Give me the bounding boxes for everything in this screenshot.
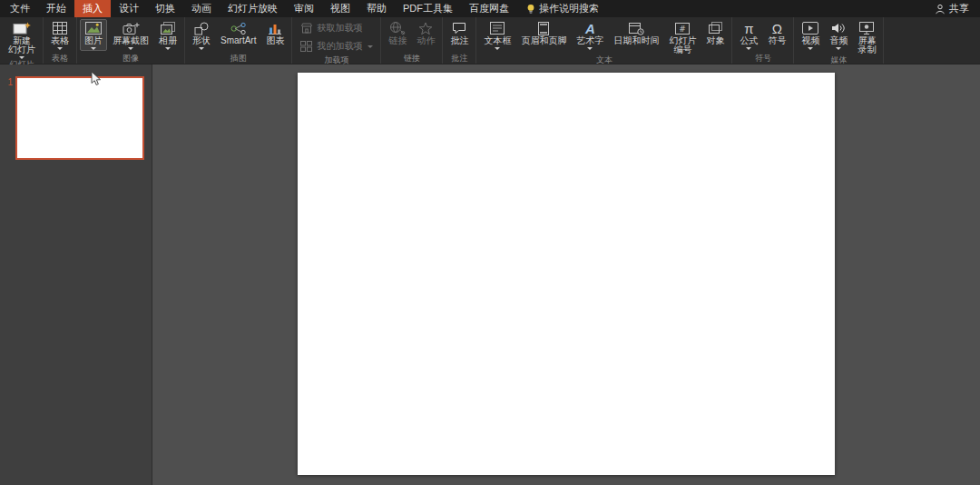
video-label: 视频 <box>801 36 819 45</box>
equation-button[interactable]: π 公式 <box>735 19 762 51</box>
smartart-icon <box>230 21 247 35</box>
chart-button[interactable]: 图表 <box>261 19 289 46</box>
tab-insert[interactable]: 插入 <box>74 0 111 17</box>
smartart-button[interactable]: SmartArt <box>216 19 260 46</box>
dropdown-caret <box>836 47 841 50</box>
tab-baidu-netdisk[interactable]: 百度网盘 <box>461 0 517 17</box>
picture-icon <box>85 21 102 35</box>
table-icon <box>53 21 67 35</box>
ribbon-group-addins: 获取加载项 我的加载项 加载项 <box>292 17 381 64</box>
group-label-table: 表格 <box>46 54 74 64</box>
tab-file[interactable]: 文件 <box>2 0 38 17</box>
header-footer-label: 页眉和页脚 <box>521 36 566 45</box>
header-footer-button[interactable]: 页眉和页脚 <box>516 19 571 46</box>
shapes-button[interactable]: 形状 <box>188 19 215 51</box>
tab-review[interactable]: 审阅 <box>286 0 322 17</box>
slide-canvas[interactable] <box>298 73 835 475</box>
equation-icon: π <box>744 21 753 35</box>
audio-label: 音频 <box>829 36 848 45</box>
pictures-button[interactable]: 图片 <box>80 19 107 51</box>
slide-thumbnail-row: 1 <box>0 64 152 160</box>
powerpoint-window: 文件 开始 插入 设计 切换 动画 幻灯片放映 审阅 视图 帮助 PDF工具集 … <box>0 0 980 485</box>
photo-album-button[interactable]: 相册 <box>154 19 181 51</box>
link-icon <box>389 21 406 35</box>
tell-me-search[interactable]: 操作说明搜索 <box>517 0 608 17</box>
tab-view[interactable]: 视图 <box>322 0 358 17</box>
ribbon-group-symbols: π 公式 Ω 符号 符号 <box>732 17 794 64</box>
share-button[interactable]: 共享 <box>924 0 980 17</box>
new-slide-label: 幻灯片 <box>8 45 35 54</box>
table-label: 表格 <box>51 36 69 45</box>
slide-number-button[interactable]: # 幻灯片 编号 <box>664 19 701 55</box>
dropdown-caret <box>368 45 373 48</box>
video-icon <box>802 21 818 35</box>
screenshot-button[interactable]: 屏幕截图 <box>108 19 153 51</box>
dropdown-caret <box>199 47 204 50</box>
slide-number-label: 编号 <box>669 45 696 54</box>
tab-slideshow[interactable]: 幻灯片放映 <box>220 0 286 17</box>
tab-pdf-toolset[interactable]: PDF工具集 <box>395 0 461 17</box>
video-button[interactable]: 视频 <box>797 19 824 51</box>
symbol-button[interactable]: Ω 符号 <box>763 19 790 46</box>
object-button[interactable]: 对象 <box>701 19 729 46</box>
svg-text:#: # <box>680 24 687 33</box>
comment-button[interactable]: 批注 <box>446 19 473 46</box>
get-addins-button[interactable]: 获取加载项 <box>297 21 376 35</box>
object-label: 对象 <box>706 36 724 45</box>
wordart-label: 艺术字 <box>576 36 603 45</box>
link-button[interactable]: 链接 <box>384 19 411 46</box>
group-label-addins: 加载项 <box>295 55 377 64</box>
dropdown-caret <box>91 47 96 50</box>
tab-animations[interactable]: 动画 <box>183 0 220 17</box>
tab-home[interactable]: 开始 <box>38 0 74 17</box>
table-button[interactable]: 表格 <box>46 19 74 51</box>
screenshot-icon <box>122 21 140 35</box>
ribbon-group-links: 链接 动作 链接 <box>381 17 443 64</box>
textbox-label: 文本框 <box>484 36 511 45</box>
group-label-media: 媒体 <box>797 55 880 64</box>
header-footer-icon <box>538 21 549 35</box>
link-label: 链接 <box>388 36 407 45</box>
screen-recording-label: 录制 <box>858 45 876 54</box>
textbox-button[interactable]: 文本框 <box>479 19 515 51</box>
my-addins-button[interactable]: 我的加载项 <box>297 39 376 54</box>
store-icon <box>299 23 313 35</box>
wordart-icon: A <box>585 21 595 35</box>
slide-1-thumbnail[interactable] <box>15 76 144 160</box>
dropdown-caret <box>587 47 593 50</box>
ribbon-group-illustrations: 形状 SmartArt 图表 插图 <box>185 17 292 64</box>
new-slide-button[interactable]: 新建 幻灯片 <box>4 19 40 60</box>
chart-icon <box>268 21 282 35</box>
shapes-label: 形状 <box>192 36 211 45</box>
tab-help[interactable]: 帮助 <box>358 0 395 17</box>
dropdown-caret <box>57 47 63 50</box>
ribbon-group-comments: 批注 批注 <box>443 17 476 64</box>
ribbon-group-media: 视频 音频 屏幕 录制 <box>794 17 884 64</box>
share-label: 共享 <box>949 2 969 15</box>
menubar: 文件 开始 插入 设计 切换 动画 幻灯片放映 审阅 视图 帮助 PDF工具集 … <box>0 0 980 17</box>
new-slide-icon <box>13 21 31 35</box>
group-label-links: 链接 <box>384 54 439 64</box>
comment-label: 批注 <box>450 36 468 45</box>
tab-design[interactable]: 设计 <box>111 0 147 17</box>
ribbon-group-images: 图片 屏幕截图 相册 图像 <box>77 17 185 64</box>
action-icon <box>418 21 433 35</box>
textbox-icon <box>490 21 505 35</box>
wordart-button[interactable]: A 艺术字 <box>572 19 608 51</box>
group-label-comments: 批注 <box>446 54 473 64</box>
screen-recording-button[interactable]: 屏幕 录制 <box>853 19 880 55</box>
smartart-label: SmartArt <box>220 36 256 45</box>
action-button[interactable]: 动作 <box>412 19 439 46</box>
object-icon <box>709 21 722 35</box>
comment-icon <box>452 21 466 35</box>
ribbon-insert: 新建 幻灯片 幻灯片 表格 表格 <box>0 17 980 64</box>
tab-transitions[interactable]: 切换 <box>147 0 183 17</box>
screen-record-icon <box>859 21 874 35</box>
datetime-button[interactable]: 日期和时间 <box>609 19 663 46</box>
dropdown-caret <box>165 47 171 50</box>
audio-button[interactable]: 音频 <box>825 19 852 51</box>
slide-thumbnails-panel[interactable]: 1 <box>0 64 152 485</box>
dropdown-caret <box>19 56 24 59</box>
datetime-label: 日期和时间 <box>613 36 659 45</box>
get-addins-label: 获取加载项 <box>317 22 362 35</box>
